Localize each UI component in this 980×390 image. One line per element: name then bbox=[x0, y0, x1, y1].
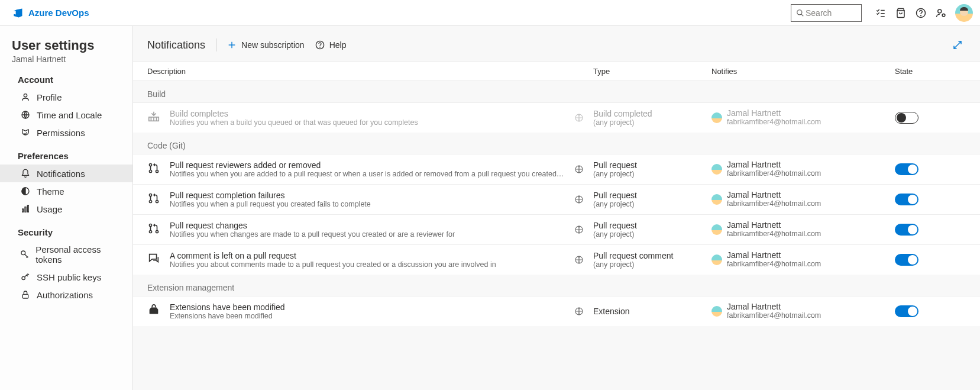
svg-line-24 bbox=[954, 45, 958, 49]
state-toggle[interactable] bbox=[895, 224, 918, 236]
subscription-type-scope: (any project) bbox=[593, 230, 711, 238]
subscription-desc: Notifies you when changes are made to a … bbox=[170, 230, 565, 238]
table-header: Description Type Notifies State bbox=[133, 62, 980, 81]
new-subscription-button[interactable]: New subscription bbox=[227, 40, 305, 50]
subscription-row[interactable]: Extensions have been modifiedExtensions … bbox=[133, 296, 980, 326]
notifier-avatar bbox=[711, 254, 722, 265]
comment-icon bbox=[147, 252, 160, 265]
user-avatar[interactable] bbox=[955, 4, 973, 22]
svg-point-17 bbox=[22, 276, 25, 279]
notifier-email: fabrikamfiber4@hotmail.com bbox=[727, 170, 821, 178]
subscription-title: A comment is left on a pull request bbox=[170, 251, 565, 260]
nav-group-title: Preferences bbox=[18, 151, 121, 161]
svg-rect-14 bbox=[25, 207, 26, 212]
sidebar-item-auth[interactable]: Authorizations bbox=[0, 286, 132, 304]
subscription-row[interactable]: A comment is left on a pull requestNotif… bbox=[133, 244, 980, 275]
svg-line-1 bbox=[801, 14, 803, 16]
nav-group-title: Security bbox=[18, 227, 121, 237]
subscription-type: Pull request bbox=[593, 191, 711, 200]
time-locale-icon bbox=[20, 109, 31, 120]
subscription-desc: Notifies you when a build you queued or … bbox=[170, 118, 565, 127]
user-name: Jamal Hartnett bbox=[12, 54, 121, 64]
marketplace-icon-button[interactable] bbox=[891, 4, 910, 22]
sidebar-item-notifications[interactable]: Notifications bbox=[0, 165, 132, 182]
subscription-row[interactable]: Pull request completion failuresNotifies… bbox=[133, 184, 980, 214]
sidebar-item-permissions[interactable]: Permissions bbox=[0, 124, 132, 141]
notifier-email: fabrikamfiber4@hotmail.com bbox=[727, 118, 821, 127]
build-icon bbox=[147, 110, 160, 123]
state-toggle[interactable] bbox=[895, 112, 918, 124]
user-settings-icon-button[interactable] bbox=[932, 4, 950, 22]
svg-point-10 bbox=[24, 94, 27, 97]
subscription-type: Build completed bbox=[593, 109, 711, 118]
sidebar-item-usage[interactable]: Usage bbox=[0, 200, 132, 218]
svg-point-34 bbox=[149, 194, 151, 196]
sidebar-item-pat[interactable]: Personal access tokens bbox=[0, 241, 132, 268]
sidebar-item-label: Theme bbox=[37, 186, 64, 196]
brand-home[interactable]: Azure DevOps bbox=[12, 7, 89, 19]
sidebar-item-theme[interactable]: Theme bbox=[0, 182, 132, 200]
page-title: User settings bbox=[12, 38, 121, 53]
svg-rect-13 bbox=[22, 209, 24, 212]
subscription-row[interactable]: Pull request reviewers added or removedN… bbox=[133, 154, 980, 184]
sidebar-item-ssh[interactable]: SSH public keys bbox=[0, 268, 132, 286]
notifier-name: Jamal Hartnett bbox=[727, 191, 821, 199]
sidebar-item-profile[interactable]: Profile bbox=[0, 88, 132, 106]
subscription-title: Build completes bbox=[170, 109, 565, 118]
state-toggle[interactable] bbox=[895, 194, 918, 205]
svg-line-23 bbox=[958, 41, 961, 45]
pull-request-icon bbox=[147, 192, 160, 205]
state-toggle[interactable] bbox=[895, 163, 918, 175]
global-search[interactable] bbox=[791, 4, 862, 22]
subscription-title: Pull request changes bbox=[170, 221, 565, 230]
subscription-type-scope: (any project) bbox=[593, 200, 711, 208]
help-label: Help bbox=[329, 40, 347, 50]
svg-rect-15 bbox=[27, 205, 28, 212]
content-title: Notifications bbox=[147, 39, 205, 51]
theme-icon bbox=[20, 186, 31, 196]
svg-point-30 bbox=[149, 163, 151, 166]
subscription-type: Pull request bbox=[593, 160, 711, 170]
usage-icon bbox=[20, 204, 31, 214]
svg-point-22 bbox=[319, 47, 320, 47]
person-gear-icon bbox=[936, 8, 946, 18]
subscription-row[interactable]: Pull request changesNotifies you when ch… bbox=[133, 214, 980, 244]
group-label: Code (Git) bbox=[133, 133, 980, 154]
globe-icon bbox=[574, 195, 584, 204]
ssh-icon bbox=[20, 272, 31, 282]
subscription-type-scope: (any project) bbox=[593, 118, 711, 127]
notifier-name: Jamal Hartnett bbox=[727, 221, 821, 230]
subscription-title: Pull request completion failures bbox=[170, 191, 565, 200]
subscription-desc: Notifies you about comments made to a pu… bbox=[170, 260, 565, 269]
svg-point-38 bbox=[149, 224, 151, 226]
auth-icon bbox=[20, 289, 31, 300]
help-icon-button[interactable] bbox=[911, 4, 930, 22]
help-circle-icon bbox=[315, 40, 325, 50]
svg-point-31 bbox=[149, 170, 151, 172]
sidebar-item-label: Authorizations bbox=[37, 290, 93, 300]
subscription-row[interactable]: Build completesNotifies you when a build… bbox=[133, 102, 980, 133]
help-button[interactable]: Help bbox=[315, 40, 347, 50]
notifier-avatar bbox=[711, 164, 722, 175]
fullscreen-button[interactable] bbox=[949, 37, 966, 53]
globe-icon bbox=[574, 113, 584, 123]
state-toggle[interactable] bbox=[895, 305, 918, 317]
subscription-title: Pull request reviewers added or removed bbox=[170, 160, 565, 170]
sidebar-item-label: Time and Locale bbox=[37, 110, 102, 120]
profile-icon bbox=[20, 92, 31, 102]
shopping-bag-icon bbox=[895, 8, 906, 18]
sidebar-item-time-locale[interactable]: Time and Locale bbox=[0, 106, 132, 124]
state-toggle[interactable] bbox=[895, 254, 918, 266]
expand-icon bbox=[952, 40, 963, 50]
subscription-type: Pull request comment bbox=[593, 251, 711, 260]
notifier-avatar bbox=[711, 112, 722, 123]
permissions-icon bbox=[20, 127, 31, 138]
nav-group-title: Account bbox=[18, 75, 121, 85]
work-items-icon-button[interactable] bbox=[871, 4, 890, 22]
new-subscription-label: New subscription bbox=[241, 40, 305, 50]
subscription-desc: Notifies you when you are added to a pul… bbox=[170, 170, 565, 178]
search-input[interactable] bbox=[804, 8, 846, 18]
group-label: Extension management bbox=[133, 275, 980, 296]
svg-point-35 bbox=[149, 200, 151, 202]
svg-point-40 bbox=[156, 230, 158, 233]
